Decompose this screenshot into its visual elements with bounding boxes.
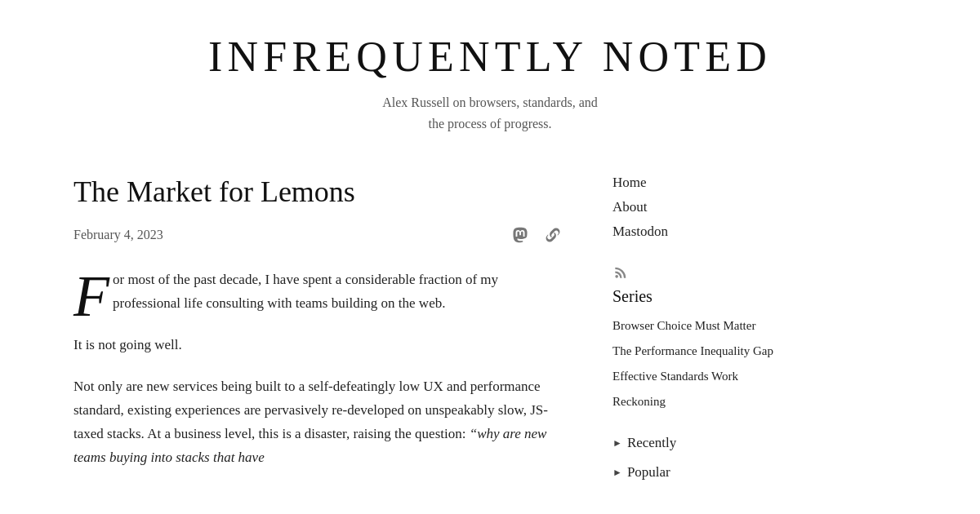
- content-layout: The Market for Lemons February 4, 2023: [74, 158, 906, 494]
- site-tagline: Alex Russell on browsers, standards, and…: [74, 92, 906, 134]
- recently-section: ► Recently: [612, 435, 776, 451]
- series-item-performance-inequality[interactable]: The Performance Inequality Gap: [612, 343, 776, 360]
- series-list: Browser Choice Must Matter The Performan…: [612, 317, 776, 410]
- sidebar-item-home[interactable]: Home: [612, 175, 776, 191]
- popular-toggle[interactable]: ► Popular: [612, 464, 776, 481]
- site-title: Infrequently Noted: [74, 33, 906, 81]
- popular-section: ► Popular: [612, 464, 776, 481]
- series-item-reckoning[interactable]: Reckoning: [612, 393, 776, 410]
- sidebar-nav: Home About Mastodon: [612, 175, 776, 240]
- article-date: February 4, 2023: [74, 228, 163, 242]
- article-icons: [510, 224, 564, 246]
- mastodon-share-icon[interactable]: [510, 224, 531, 246]
- series-title: Series: [612, 287, 776, 306]
- article-body: For most of the past decade, I have spen…: [74, 268, 564, 469]
- rss-icon[interactable]: [612, 264, 629, 281]
- site-header: Infrequently Noted Alex Russell on brows…: [74, 0, 906, 158]
- series-link-browser-choice[interactable]: Browser Choice Must Matter: [612, 319, 755, 332]
- recently-label: Recently: [627, 435, 676, 451]
- recently-toggle[interactable]: ► Recently: [612, 435, 776, 451]
- series-item-browser-choice[interactable]: Browser Choice Must Matter: [612, 317, 776, 335]
- about-link[interactable]: About: [612, 199, 648, 215]
- sidebar: Home About Mastodon Series Browser Ch: [612, 175, 776, 494]
- series-link-effective-standards[interactable]: Effective Standards Work: [612, 370, 738, 383]
- article-para-2: It is not going well.: [74, 334, 564, 357]
- article-title: The Market for Lemons: [74, 175, 564, 210]
- sidebar-item-about[interactable]: About: [612, 199, 776, 215]
- recently-triangle: ►: [612, 437, 622, 450]
- series-link-performance-inequality[interactable]: The Performance Inequality Gap: [612, 344, 773, 357]
- link-share-icon[interactable]: [542, 224, 564, 246]
- popular-label: Popular: [627, 464, 670, 481]
- main-content: The Market for Lemons February 4, 2023: [74, 175, 564, 494]
- series-link-reckoning[interactable]: Reckoning: [612, 395, 666, 408]
- series-item-effective-standards[interactable]: Effective Standards Work: [612, 368, 776, 385]
- article-para-3: Not only are new services being built to…: [74, 375, 564, 470]
- sidebar-item-mastodon[interactable]: Mastodon: [612, 224, 776, 240]
- mastodon-link[interactable]: Mastodon: [612, 224, 668, 239]
- drop-cap-letter: F: [74, 273, 109, 321]
- article-first-para: For most of the past decade, I have spen…: [74, 268, 564, 316]
- drop-cap-rest: or most of the past decade, I have spent…: [113, 272, 498, 311]
- home-link[interactable]: Home: [612, 175, 647, 190]
- popular-triangle: ►: [612, 467, 622, 479]
- article-meta: February 4, 2023: [74, 224, 564, 246]
